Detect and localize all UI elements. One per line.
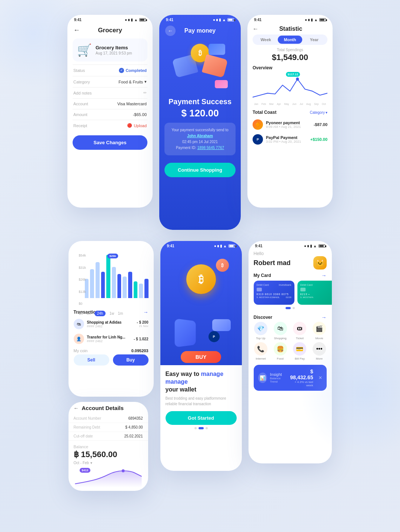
category-filter[interactable]: Category ▾ — [310, 110, 327, 115]
pay-recipient-link[interactable]: John Abraham — [187, 134, 213, 138]
card-2[interactable]: Debit Card 8219 • S. MOSTAFA — [297, 281, 332, 305]
phone-grocery: 9:41 ▲ ← Grocery 🛒 Grocery Items Aug 17,… — [67, 15, 153, 208]
card-number: 8319 8610 3386 8075 — [257, 293, 291, 295]
discover-topup[interactable]: 💎 Top Up — [252, 322, 270, 340]
discover-movie[interactable]: 🎬 Movie — [311, 322, 328, 340]
wallet-tagline: Easy way to manage manage your wallet — [166, 370, 237, 393]
wifi-icon: ▲ — [134, 18, 138, 22]
tab-year[interactable]: Year — [302, 36, 326, 44]
dot-2-active — [199, 427, 204, 429]
signal-bar-1 — [304, 245, 306, 247]
discover-billpay[interactable]: 💳 Bill Pay — [291, 342, 309, 360]
discover-grid: 💎 Top Up 🛍 Shopping 🎟 Ticket 🎬 Movie 📞 I… — [249, 322, 332, 363]
robert-time: 9:41 — [255, 244, 263, 248]
discover-ticket[interactable]: 🎟 Ticket — [291, 322, 309, 340]
tab-week[interactable]: Week — [254, 36, 278, 44]
continue-shopping-button[interactable]: Continue Shopping — [164, 163, 236, 177]
account-header: ← Account Details — [69, 402, 148, 414]
bar-9 — [128, 272, 132, 298]
stat-back-icon[interactable]: ← — [253, 26, 259, 32]
sell-button[interactable]: Sell — [74, 354, 109, 366]
txn-name-2: Transfer for Linh Ng... — [87, 335, 131, 339]
receipt-row: Receipt 🔴 Upload — [67, 120, 153, 131]
crypto-card-graphic — [212, 319, 231, 331]
blue-card-graphic — [209, 44, 225, 55]
discover-more[interactable]: ••• More — [311, 342, 328, 360]
buy-button[interactable]: Buy — [113, 354, 149, 366]
txn-amount-2: - $ 1.022 — [134, 337, 148, 341]
dropdown-icon[interactable]: ▾ — [90, 461, 92, 465]
get-started-button[interactable]: Got Started — [166, 411, 237, 425]
battery-icon — [319, 244, 325, 248]
pay-time: 9:41 — [166, 18, 173, 22]
card-2-number: 8219 • — [300, 293, 332, 295]
card-expiry: 02/28 — [286, 296, 291, 298]
account-number-label: Account Number — [74, 416, 101, 420]
category-value[interactable]: Food & Fruits ▾ — [119, 79, 147, 84]
robert-status-bar: 9:41 ▲ — [249, 241, 332, 250]
pioneer-icon: 🔶 — [253, 119, 263, 130]
bitcoin-big-icon: ₿ — [186, 264, 216, 294]
balance-section: Balance ฿ 15,560.00 Oct - Feb ▾ — [69, 441, 148, 467]
account-back-icon[interactable]: ← — [74, 405, 79, 411]
movie-icon: 🎬 — [313, 322, 326, 335]
cutoff-date-label: Cut-off date — [74, 434, 93, 438]
stat-page-title: Statistic — [279, 26, 310, 32]
bar-8 — [123, 277, 127, 298]
shopping-label: Shopping — [274, 337, 287, 340]
discover-label: Discover — [254, 315, 273, 320]
account-row: Account Visa Mastercard — [67, 99, 153, 109]
grocery-card-title: Grocery Items — [96, 45, 132, 50]
upload-button[interactable]: 🔴 Upload — [127, 123, 147, 128]
tab-1m[interactable]: 1m — [118, 311, 123, 315]
card-1-top: Debit Card Investbank — [257, 284, 291, 286]
chart-svg — [253, 77, 327, 101]
pay-success-title: Payment Success — [159, 98, 241, 106]
phone-account-details: ← Account Details Account Number 6894352… — [69, 402, 148, 491]
signal-bar-1 — [125, 19, 127, 21]
user-name-row: Robert mad 🐱 — [249, 256, 332, 270]
pay-back-button[interactable]: ← — [165, 26, 176, 36]
tab-month[interactable]: Month — [278, 36, 302, 44]
grocery-time: 9:41 — [74, 18, 81, 22]
bar-7 — [117, 274, 121, 298]
crypto-coin-small-icon: ₿ — [216, 259, 229, 272]
back-arrow-icon[interactable]: ← — [73, 26, 80, 34]
tab-1h[interactable]: 1h — [79, 311, 83, 315]
pay-id-link[interactable]: 1898 5645 7767 — [197, 146, 224, 150]
stat-period-tabs: Week Month Year — [253, 34, 327, 45]
discover-shopping[interactable]: 🛍 Shopping — [271, 322, 289, 340]
card-footer: S. MOSTAFA ESMAEIL 02/28 — [257, 296, 291, 298]
receipt-label: Receipt — [73, 123, 87, 128]
pay-desc-line1: Your payment successfully send to John A… — [169, 127, 231, 151]
pioneer-info: Pyoneer payment 9:09 AM • Aug 21, 2021 — [266, 120, 311, 129]
hello-greeting: Hello — [249, 250, 332, 256]
stat-header: ← Statistic — [247, 23, 333, 34]
save-changes-button[interactable]: Save Changes — [73, 135, 147, 150]
insight-label: Insight — [270, 372, 287, 377]
bar-11 — [139, 284, 143, 298]
battery-icon — [139, 18, 146, 22]
status-icons: ▲ — [125, 18, 146, 22]
tab-6h[interactable]: 6h — [87, 311, 91, 315]
svg-point-0 — [296, 77, 299, 81]
balance-chart-tooltip: $413 — [80, 468, 91, 473]
insight-close-icon[interactable]: ✕ — [319, 375, 322, 380]
ticket-label: Ticket — [296, 337, 304, 340]
discover-arrow-icon[interactable]: → — [321, 314, 327, 320]
my-card-arrow-icon[interactable]: → — [321, 272, 327, 278]
card-1[interactable]: Debit Card Investbank 8319 8610 3386 807… — [254, 281, 294, 305]
row-2: $54k $31k $26k $13k $0 $26k — [0, 237, 400, 506]
tab-24h[interactable]: 24h — [94, 311, 106, 316]
wifi-icon: ▲ — [313, 244, 317, 248]
my-card-label: My Card — [254, 273, 271, 278]
center-status-bar: 9:41 ▲ — [160, 241, 242, 250]
signal-bar-3 — [219, 19, 221, 22]
insight-bar[interactable]: 📊 Insight Balance Trend $ 98,432.65 + 4.… — [254, 365, 327, 391]
discover-food[interactable]: 🍔 Food — [271, 342, 289, 360]
battery-icon — [319, 18, 326, 22]
discover-internet[interactable]: 📞 Internet — [252, 342, 270, 360]
tab-1w[interactable]: 1w — [109, 311, 114, 315]
edit-icon[interactable]: ✏ — [143, 90, 147, 95]
bar-4 — [101, 272, 105, 298]
